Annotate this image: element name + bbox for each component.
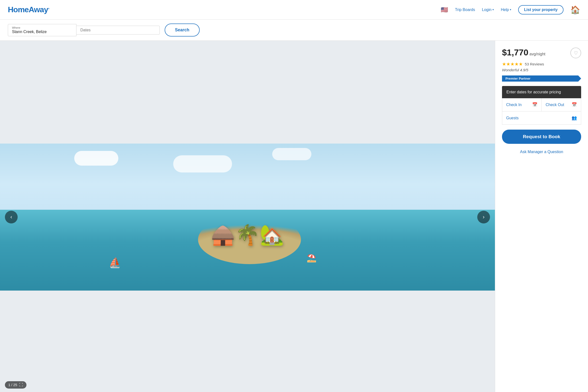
rating-label: Wonderful 4.9/5 [502, 68, 581, 72]
umbrella-icon: ⛱️ [307, 253, 316, 263]
where-input[interactable] [12, 30, 72, 34]
cloud-3 [272, 148, 312, 160]
help-link[interactable]: Help ▾ [501, 8, 511, 12]
checkin-checkout-row: Check In 📅 Check Out 📅 [502, 98, 581, 112]
image-counter: 1 / 25 ⛶ [5, 381, 26, 388]
premier-partner-badge: Premier Partner [502, 76, 581, 82]
header: HomeAway® 🇺🇸 Trip Boards Login ▾ Help ▾ … [0, 0, 588, 20]
hut-icon: 🛖🌴🏡 [211, 224, 284, 246]
dates-input[interactable] [80, 28, 156, 32]
reviews-count: 53 Reviews [525, 62, 544, 66]
trip-boards-label: Trip Boards [455, 8, 475, 12]
main-nav: 🇺🇸 Trip Boards Login ▾ Help ▾ List your … [441, 5, 580, 14]
where-field: Where [8, 24, 76, 36]
checkout-field[interactable]: Check Out 📅 [542, 98, 581, 111]
cloud-2 [173, 155, 232, 172]
trip-boards-link[interactable]: Trip Boards [455, 8, 475, 12]
dates-field [76, 26, 160, 34]
flag-icon[interactable]: 🇺🇸 [441, 6, 448, 13]
prev-image-button[interactable]: ‹ [5, 211, 18, 224]
next-image-button[interactable]: › [477, 211, 490, 224]
login-link[interactable]: Login ▾ [482, 8, 494, 12]
help-caret-icon: ▾ [510, 8, 511, 11]
logo[interactable]: HomeAway® [8, 5, 49, 14]
price-per-label: avg/night [530, 52, 545, 56]
expand-icon[interactable]: ⛶ [19, 383, 23, 387]
checkout-label: Check Out [546, 103, 564, 107]
heart-icon: ♡ [574, 50, 578, 56]
search-bar: Where Search [0, 20, 588, 41]
right-arrow-icon: › [483, 214, 484, 220]
request-to-book-button[interactable]: Request to Book [502, 130, 581, 144]
cloud-1 [74, 151, 118, 166]
login-label: Login [482, 8, 492, 12]
gallery-section: 🛖🌴🏡 ⛵ ⛱️ ‹ › 1 / 25 ⛶ [0, 41, 495, 392]
help-label: Help [501, 8, 509, 12]
price-container: $1,770 avg/night [502, 48, 545, 57]
checkout-calendar-icon: 📅 [572, 102, 577, 107]
guests-icon: 👥 [572, 116, 577, 120]
price-value: $1,770 [502, 48, 528, 57]
login-caret-icon: ▾ [492, 8, 494, 11]
property-image: 🛖🌴🏡 ⛵ ⛱️ [0, 144, 495, 290]
search-button[interactable]: Search [165, 24, 200, 36]
booking-panel: $1,770 avg/night ♡ ★★★★★ 53 Reviews Wond… [495, 41, 588, 392]
where-label: Where [12, 26, 72, 29]
favorite-button[interactable]: ♡ [570, 48, 581, 58]
price-row: $1,770 avg/night ♡ [502, 48, 581, 58]
house-icon: 🏠 [570, 5, 580, 14]
guests-label: Guests [506, 116, 519, 120]
star-rating: ★★★★★ [502, 61, 523, 67]
checkin-calendar-icon: 📅 [532, 102, 538, 107]
trademark: ® [48, 8, 49, 10]
stars-row: ★★★★★ 53 Reviews [502, 61, 581, 67]
ask-manager-button[interactable]: Ask Manager a Question [502, 148, 581, 156]
checkin-field[interactable]: Check In 📅 [502, 98, 542, 111]
left-arrow-icon: ‹ [10, 214, 12, 220]
checkin-label: Check In [506, 103, 522, 107]
guests-field[interactable]: Guests 👥 [502, 112, 581, 125]
counter-text: 1 / 25 [8, 383, 17, 387]
list-property-button[interactable]: List your property [518, 5, 564, 14]
logo-text: HomeAway [8, 5, 48, 14]
dates-banner: Enter dates for accurate pricing [502, 86, 581, 98]
boat-icon: ⛵ [109, 257, 121, 268]
main-content: 🛖🌴🏡 ⛵ ⛱️ ‹ › 1 / 25 ⛶ $1,770 avg/night ♡ [0, 41, 588, 392]
